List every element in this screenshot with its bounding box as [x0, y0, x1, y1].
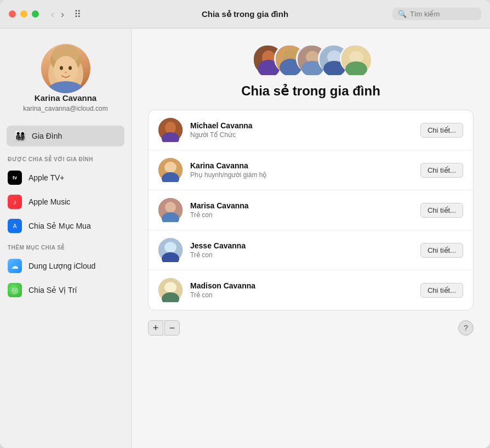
search-icon: 🔍	[398, 10, 407, 18]
svg-point-6	[65, 72, 67, 73]
member-name-5: Madison Cavanna	[190, 281, 413, 290]
grid-button[interactable]: ⠿	[74, 8, 81, 20]
sidebar-family-label: Gia Đình	[32, 132, 62, 140]
sidebar-item-purchases[interactable]: A Chia Sẻ Mục Mua	[0, 214, 131, 238]
svg-point-3	[54, 56, 78, 84]
detail-btn-2[interactable]: Chi tiết...	[420, 163, 463, 178]
search-bar: 🔍	[392, 8, 481, 20]
avatar-svg	[41, 44, 90, 93]
table-row: Karina Cavanna Phụ huynh/người giám hộ C…	[149, 150, 473, 190]
appletv-icon: tv	[8, 171, 22, 185]
svg-point-38	[164, 282, 176, 293]
svg-point-35	[164, 242, 176, 253]
member-avatar-1	[158, 118, 183, 142]
member-info-5: Madison Cavanna Trẻ con	[190, 281, 413, 299]
svg-text:A: A	[13, 223, 17, 229]
nav-buttons: ‹ ›	[49, 8, 66, 20]
right-panel: Chia sẻ trong gia đình Michael Cavanna N…	[132, 29, 490, 448]
appletv-label: Apple TV+	[29, 173, 65, 182]
location-label: Chia Sẻ Vị Trí	[29, 286, 77, 294]
member-role-5: Trẻ con	[190, 291, 413, 299]
member-name-3: Marisa Cavanna	[190, 201, 413, 210]
svg-point-4	[60, 66, 63, 70]
family-icon: 👨‍👩‍👧‍👦	[14, 130, 26, 142]
detail-btn-3[interactable]: Chi tiết...	[420, 203, 463, 218]
member-info-4: Jesse Cavanna Trẻ con	[190, 241, 413, 259]
titlebar: ‹ › ⠿ Chia sẻ trong gia đình 🔍	[0, 0, 490, 29]
member-avatar-5	[158, 278, 183, 302]
member-avatar-2	[158, 158, 183, 182]
member-role-2: Phụ huynh/người giám hộ	[190, 171, 413, 179]
app-window: ‹ › ⠿ Chia sẻ trong gia đình 🔍	[0, 0, 490, 448]
panel-title: Chia sẻ trong gia đình	[241, 83, 380, 99]
sidebar-user-name: Karina Cavanna	[35, 93, 96, 103]
forward-button[interactable]: ›	[59, 8, 66, 20]
table-row: Michael Cavanna Người Tổ Chức Chi tiết..…	[149, 110, 473, 150]
section-add-label: THÊM MỤC CHIA SẺ	[0, 245, 131, 254]
bottom-controls: + −	[148, 320, 180, 336]
detail-btn-4[interactable]: Chi tiết...	[420, 243, 463, 258]
minimize-button[interactable]	[20, 10, 27, 18]
svg-point-26	[165, 122, 176, 134]
purchases-icon: A	[8, 219, 22, 233]
sidebar-item-location[interactable]: ◎ Chia Sẻ Vị Trí	[0, 278, 131, 302]
window-title: Chia sẻ trong gia đình	[202, 9, 288, 19]
purchases-label: Chia Sẻ Mục Mua	[29, 222, 91, 230]
member-info-1: Michael Cavanna Người Tổ Chức	[190, 121, 413, 139]
detail-btn-1[interactable]: Chi tiết...	[420, 123, 463, 138]
member-role-4: Trẻ con	[190, 251, 413, 259]
sidebar-item-applemusic[interactable]: ♪ Apple Music	[0, 190, 131, 214]
svg-point-29	[164, 162, 176, 173]
svg-point-5	[69, 66, 72, 70]
sidebar-user-email: karina_cavanna@icloud.com	[23, 105, 107, 112]
sidebar-item-appletv[interactable]: tv Apple TV+	[0, 166, 131, 190]
help-button[interactable]: ?	[458, 320, 474, 336]
add-member-button[interactable]: +	[148, 320, 163, 336]
member-info-2: Karina Cavanna Phụ huynh/người giám hộ	[190, 161, 413, 179]
member-avatar-3	[158, 198, 183, 222]
sidebar-item-family[interactable]: 👨‍👩‍👧‍👦 Gia Đình	[7, 126, 124, 146]
table-row: Jesse Cavanna Trẻ con Chi tiết...	[149, 230, 473, 270]
window-controls	[9, 10, 39, 18]
icloud-label: Dung Lượng iCloud	[29, 262, 95, 270]
member-name-2: Karina Cavanna	[190, 161, 413, 170]
table-row: Madison Cavanna Trẻ con Chi tiết...	[149, 270, 473, 310]
detail-btn-5[interactable]: Chi tiết...	[420, 283, 463, 298]
applemusic-icon: ♪	[8, 195, 22, 209]
back-button[interactable]: ‹	[49, 8, 56, 20]
member-role-3: Trẻ con	[190, 211, 413, 219]
member-name-1: Michael Cavanna	[190, 121, 413, 130]
maximize-button[interactable]	[32, 10, 39, 18]
avatar	[41, 44, 90, 93]
section-shared-label: ĐƯỢC CHIA SẺ VỚI GIA ĐÌNH	[0, 156, 131, 166]
member-role-1: Người Tổ Chức	[190, 131, 413, 139]
search-input[interactable]	[410, 10, 476, 18]
table-row: Marisa Cavanna Trẻ con Chi tiết...	[149, 190, 473, 230]
sidebar-item-icloud[interactable]: ☁ Dung Lượng iCloud	[0, 254, 131, 278]
close-button[interactable]	[9, 10, 16, 18]
main-content: Karina Cavanna karina_cavanna@icloud.com…	[0, 29, 490, 448]
remove-member-button[interactable]: −	[164, 320, 180, 336]
family-avatars	[252, 44, 369, 73]
member-avatar-4	[158, 238, 183, 262]
sidebar: Karina Cavanna karina_cavanna@icloud.com…	[0, 29, 132, 448]
member-info-3: Marisa Cavanna Trẻ con	[190, 201, 413, 219]
member-name-4: Jesse Cavanna	[190, 241, 413, 250]
members-table: Michael Cavanna Người Tổ Chức Chi tiết..…	[148, 110, 474, 310]
icloud-icon: ☁	[8, 259, 22, 273]
svg-point-32	[165, 202, 176, 213]
bottom-row: + − ?	[148, 320, 474, 336]
location-icon: ◎	[8, 283, 22, 297]
family-avatar-5	[340, 44, 369, 73]
applemusic-label: Apple Music	[29, 197, 70, 206]
svg-point-23	[349, 51, 363, 63]
